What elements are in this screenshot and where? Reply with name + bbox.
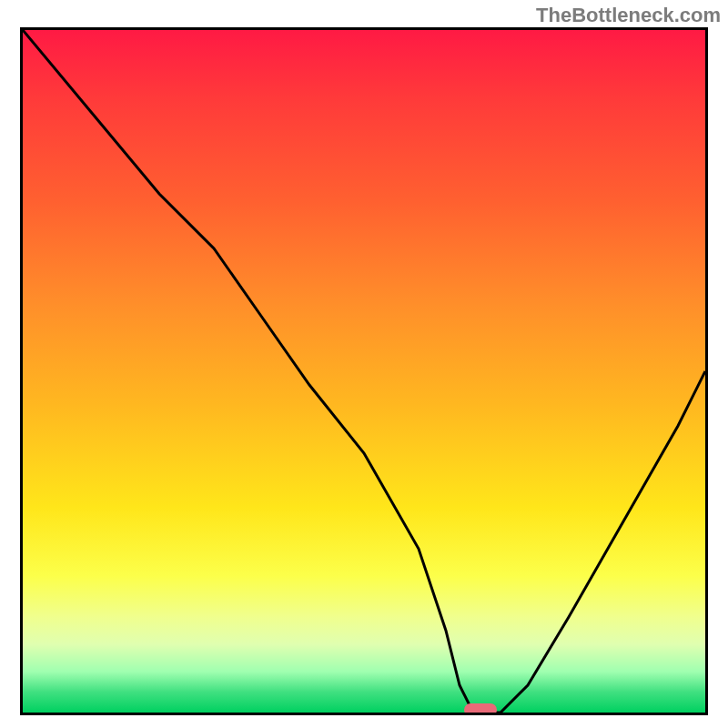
chart-frame xyxy=(20,27,708,715)
watermark-text: TheBottleneck.com xyxy=(536,4,721,27)
bottleneck-curve xyxy=(23,30,705,713)
optimal-point-marker xyxy=(464,703,497,715)
curve-path xyxy=(23,30,705,713)
